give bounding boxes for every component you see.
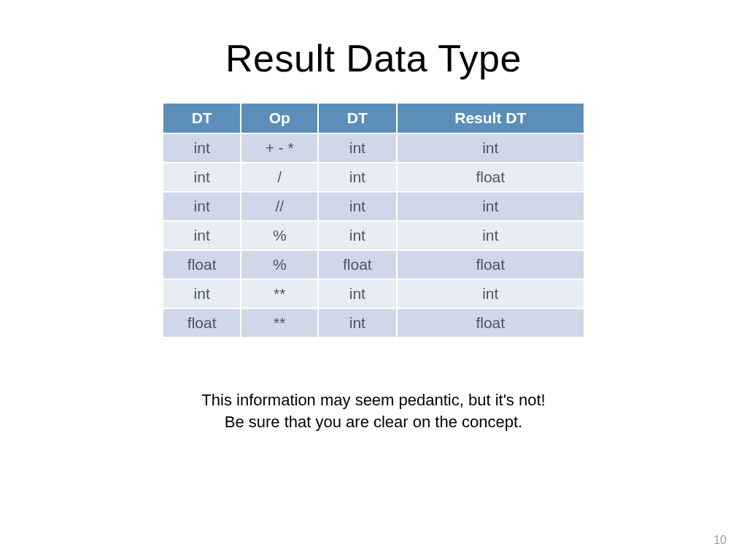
datatype-table: DT Op DT Result DT int + - * int int int…	[162, 102, 585, 338]
table-row: int + - * int int	[163, 133, 584, 163]
cell-dt1: int	[163, 279, 241, 308]
cell-result: float	[397, 308, 585, 338]
cell-dt2: int	[318, 221, 396, 250]
cell-dt1: int	[163, 192, 241, 221]
cell-result: float	[397, 250, 585, 279]
cell-dt2: int	[318, 192, 396, 221]
cell-op: + - *	[241, 133, 318, 163]
note-line1: This information may seem pedantic, but …	[201, 389, 545, 411]
cell-dt2: float	[318, 250, 396, 279]
page-number: 10	[713, 534, 727, 547]
cell-dt2: int	[318, 163, 396, 192]
header-op: Op	[241, 103, 318, 133]
header-dt2: DT	[318, 103, 396, 133]
cell-op: **	[241, 308, 318, 338]
cell-dt2: int	[318, 308, 396, 338]
table-row: int ** int int	[163, 279, 584, 308]
slide: Result Data Type DT Op DT Result DT int …	[0, 0, 747, 560]
table-row: float % float float	[163, 250, 584, 279]
cell-op: **	[241, 279, 318, 308]
cell-dt1: int	[163, 133, 241, 163]
cell-op: //	[241, 192, 318, 221]
cell-dt1: float	[163, 250, 241, 279]
cell-result: float	[397, 163, 585, 192]
note-line2: Be sure that you are clear on the concep…	[201, 411, 545, 433]
cell-op: %	[241, 250, 318, 279]
cell-dt1: int	[163, 163, 241, 192]
cell-dt2: int	[318, 279, 396, 308]
table-row: int // int int	[163, 192, 584, 221]
cell-result: int	[397, 279, 585, 308]
table-header-row: DT Op DT Result DT	[163, 103, 584, 133]
table-row: float ** int float	[163, 308, 584, 338]
table-row: int % int int	[163, 221, 584, 250]
header-dt1: DT	[163, 103, 241, 133]
header-result: Result DT	[397, 103, 585, 133]
cell-op: %	[241, 221, 318, 250]
note-text: This information may seem pedantic, but …	[201, 389, 545, 432]
table-row: int / int float	[163, 163, 584, 192]
cell-dt2: int	[318, 133, 396, 163]
slide-title: Result Data Type	[225, 36, 522, 80]
cell-dt1: int	[163, 221, 241, 250]
cell-result: int	[397, 221, 585, 250]
cell-result: int	[397, 133, 585, 163]
cell-op: /	[241, 163, 318, 192]
cell-dt1: float	[163, 308, 241, 338]
cell-result: int	[397, 192, 585, 221]
